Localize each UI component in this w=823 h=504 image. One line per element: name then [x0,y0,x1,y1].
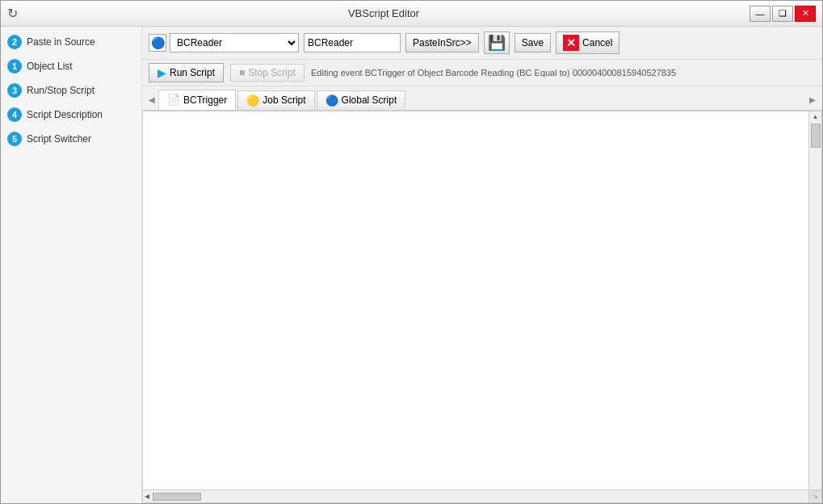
main-area: 🔵 BCReader PasteInSrc>> 💾 Save ✕ Cancel [142,27,822,503]
object-dropdown[interactable]: BCReader [170,33,299,52]
close-button[interactable]: ✕ [795,6,816,22]
stop-icon: ■ [239,67,245,78]
cancel-label: Cancel [582,37,612,48]
cancel-x-icon: ✕ [563,35,579,51]
title-bar-controls: — ❑ ✕ [750,6,816,22]
sidebar-item-paste-source[interactable]: 2 Paste in Source [1,30,141,54]
tab-job-script[interactable]: 🟡 Job Script [237,90,314,110]
script-desc-badge: 4 [7,107,22,122]
scroll-left-icon[interactable]: ◀ [143,491,151,502]
sidebar: 2 Paste in Source 1 Object List 3 Run/St… [1,27,142,503]
script-switcher-badge: 5 [7,132,22,146]
sidebar-item-object-list[interactable]: 1 Object List [1,54,141,78]
tab-bctrigger[interactable]: 📄 BCTrigger [158,90,236,110]
sidebar-item-script-desc[interactable]: 4 Script Description [1,103,141,127]
job-script-tab-icon: 🟡 [246,94,259,107]
refresh-icon: ↻ [7,6,18,21]
run-script-label: Run Script [170,67,215,78]
vertical-scroll-thumb[interactable] [811,124,821,148]
title-bar-left: ↻ [7,6,18,21]
run-stop-badge: 3 [7,83,22,98]
source-text-input[interactable] [304,33,401,52]
scroll-up-icon[interactable]: ▲ [811,111,821,122]
bctrigger-tab-icon: 📄 [167,94,180,106]
horizontal-scroll-thumb[interactable] [153,493,201,501]
save-button[interactable]: Save [514,33,551,52]
cancel-button[interactable]: ✕ Cancel [556,32,619,54]
horizontal-scrollbar[interactable]: ◀ [143,489,808,502]
sidebar-item-script-switcher[interactable]: 5 Script Switcher [1,127,141,151]
window-title: VBScript Editor [18,7,750,19]
top-toolbar: 🔵 BCReader PasteInSrc>> 💾 Save ✕ Cancel [142,27,822,60]
script-desc-label: Script Description [27,109,103,120]
tabs-area: ◀ 📄 BCTrigger 🟡 Job Script 🔵 Global Scri… [142,86,822,111]
object-icon: 🔵 [149,34,166,52]
script-toolbar: ▶ Run Script ■ Stop Script Editing event… [142,60,822,86]
restore-button[interactable]: ❑ [772,6,793,22]
run-script-button[interactable]: ▶ Run Script [149,63,224,82]
object-list-badge: 1 [7,59,22,74]
paste-source-label: Paste in Source [27,36,95,48]
vbscript-editor-window: ↻ VBScript Editor — ❑ ✕ 2 Paste in Sourc… [0,0,823,504]
vertical-scrollbar[interactable]: ▲ [808,111,821,489]
object-select-wrapper: 🔵 BCReader [149,33,299,52]
script-editor[interactable]: ▲ ◀ ↘ [142,111,822,503]
tab-scroll-right-icon[interactable]: ▶ [809,95,816,104]
run-stop-label: Run/Stop Script [27,85,94,96]
object-list-label: Object List [27,61,73,72]
tab-scroll-left-icon[interactable]: ◀ [149,95,155,104]
run-icon: ▶ [157,66,166,79]
minimize-button[interactable]: — [750,6,771,22]
stop-script-button[interactable]: ■ Stop Script [230,64,304,82]
bctrigger-tab-label: BCTrigger [183,94,227,106]
global-script-tab-label: Global Script [342,94,397,106]
paste-in-src-button[interactable]: PasteInSrc>> [405,33,479,52]
sidebar-item-run-stop[interactable]: 3 Run/Stop Script [1,78,141,103]
stop-script-label: Stop Script [248,67,296,78]
title-bar: ↻ VBScript Editor — ❑ ✕ [1,1,822,27]
script-switcher-label: Script Switcher [27,133,91,145]
scroll-corner: ↘ [808,489,821,502]
save-icon: 💾 [488,34,506,52]
paste-source-badge: 2 [7,35,22,49]
save-icon-button[interactable]: 💾 [484,32,510,54]
content-area: 2 Paste in Source 1 Object List 3 Run/St… [1,27,822,503]
tab-global-script[interactable]: 🔵 Global Script [317,90,406,110]
job-script-tab-label: Job Script [262,94,305,106]
event-info-text: Editing event BCTrigger of Object Barcod… [311,68,816,78]
global-script-tab-icon: 🔵 [325,94,338,107]
